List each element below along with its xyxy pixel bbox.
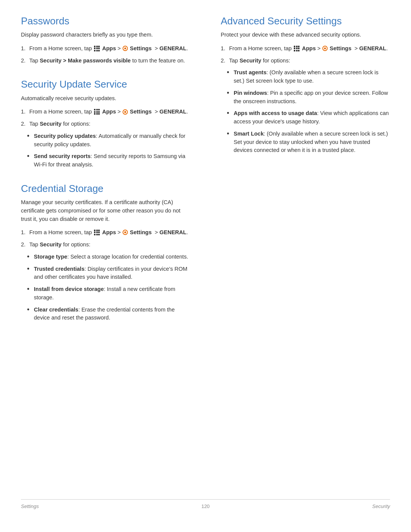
passwords-desc: Display password characters briefly as y… [21,31,190,39]
settings-icon [123,109,128,115]
credential-bullets: • Storage type: Select a storage locatio… [27,253,190,322]
apps-label: Apps [102,109,116,115]
apps-label: Apps [102,229,116,235]
bullet-item: • Send security reports: Send security r… [27,152,190,169]
passwords-step-2: 2. Tap Security > Make passwords visible… [21,57,190,65]
step-content: Tap Security for options: [29,120,190,128]
bullet-dot: • [27,253,32,261]
page-footer: Settings 120 Security [21,499,390,509]
page-container: Passwords Display password characters br… [0,0,411,532]
bullet-dot: • [27,265,32,273]
bullet-dot: • [27,306,32,314]
step-content: From a Home screen, tap Apps > [29,228,190,237]
bullet-text: Clear credentials: Erase the credential … [34,306,190,323]
advanced-step-1: 1. From a Home screen, tap Apps > [221,45,390,53]
bullet-item: • Trust agents: (Only available when a s… [227,69,390,85]
security-update-desc: Automatically receive security updates. [21,94,190,103]
advanced-security-desc: Protect your device with these advanced … [221,31,390,39]
passwords-section: Passwords Display password characters br… [21,15,190,65]
settings-label: Settings [130,229,151,235]
security-update-title: Security Update Service [21,78,190,90]
bullet-text: Trusted credentials: Display certificate… [34,265,190,282]
settings-label: Settings [130,109,151,115]
bullet-item: • Clear credentials: Erase the credentia… [27,306,190,323]
credential-step-1: 1. From a Home screen, tap Apps > [21,228,190,237]
advanced-step-2: 2. Tap Security for options: [221,57,390,65]
bullet-text: Pin windows: Pin a specific app on your … [234,89,390,106]
general-label: GENERAL [159,45,186,51]
bullet-text: Apps with access to usage data: View whi… [234,109,390,126]
credential-storage-desc: Manage your security certificates. If a … [21,198,190,223]
bullet-dot: • [27,152,32,161]
settings-icon [322,46,328,51]
apps-label: Apps [102,45,116,51]
bullet-item: • Pin windows: Pin a specific app on you… [227,89,390,106]
step-content: Tap Security for options: [29,241,190,249]
bullet-text: Install from device storage: Install a n… [34,285,190,302]
advanced-security-steps: 1. From a Home screen, tap Apps > [221,45,390,65]
security-update-bullets: • Security policy updates: Automatically… [27,132,190,169]
apps-icon [94,46,100,51]
svg-point-3 [124,111,126,113]
columns: Passwords Display password characters br… [21,15,390,488]
step-num: 2. [221,57,229,65]
step-num: 1. [21,45,29,53]
security-update-step-1: 1. From a Home screen, tap Apps > [21,108,190,116]
bullet-text: Storage type: Select a storage location … [34,253,190,261]
bullet-item: • Install from device storage: Install a… [27,285,190,302]
left-column: Passwords Display password characters br… [21,15,198,488]
footer-right: Security [372,503,390,509]
apps-icon [94,109,100,115]
step-content: Tap Security for options: [229,57,390,65]
bullet-item: • Trusted credentials: Display certifica… [27,265,190,282]
bullet-item: • Storage type: Select a storage locatio… [27,253,190,261]
apps-icon [94,230,100,235]
bullet-item: • Apps with access to usage data: View w… [227,109,390,126]
step-num: 1. [21,228,29,237]
bullet-dot: • [227,69,232,77]
bullet-text: Smart Lock: (Only available when a secur… [234,130,390,155]
general-label: GENERAL [159,229,186,235]
step-num: 1. [221,45,229,53]
advanced-security-section: Advanced Security Settings Protect your … [221,15,390,155]
advanced-bullets: • Trust agents: (Only available when a s… [227,69,390,155]
bullet-item: • Security policy updates: Automatically… [27,132,190,149]
svg-point-7 [324,48,326,50]
passwords-steps: 1. From a Home screen, tap Apps > [21,45,190,65]
bullet-dot: • [27,132,32,141]
step-content: From a Home screen, tap Apps > [29,45,190,53]
bullet-dot: • [27,285,32,294]
bullet-dot: • [227,109,232,118]
bullet-text: Security policy updates: Automatically o… [34,132,190,149]
security-update-step-2: 2. Tap Security for options: [21,120,190,128]
security-update-section: Security Update Service Automatically re… [21,78,190,169]
svg-point-1 [124,48,126,50]
settings-icon [123,230,128,235]
credential-step-2: 2. Tap Security for options: [21,241,190,249]
settings-label: Settings [330,45,351,51]
bullet-text: Trust agents: (Only available when a sec… [234,69,390,85]
right-column: Advanced Security Settings Protect your … [213,15,390,488]
bullet-item: • Smart Lock: (Only available when a sec… [227,130,390,155]
credential-storage-section: Credential Storage Manage your security … [21,183,190,322]
bullet-text: Send security reports: Send security rep… [34,152,190,169]
general-label: GENERAL [359,45,386,51]
footer-left: Settings [21,503,39,509]
passwords-title: Passwords [21,15,190,27]
apps-icon [294,46,299,51]
credential-storage-title: Credential Storage [21,183,190,195]
step-content: From a Home screen, tap Apps > [229,45,390,53]
settings-icon [123,46,128,51]
bullet-dot: • [227,89,232,97]
passwords-step-1: 1. From a Home screen, tap Apps > [21,45,190,53]
step-num: 2. [21,241,29,249]
footer-center: 120 [201,503,210,509]
general-label: GENERAL [159,109,186,115]
step-content: Tap Security > Make passwords visible to… [29,57,190,65]
step-num: 1. [21,108,29,116]
advanced-security-title: Advanced Security Settings [221,15,390,27]
step-content: From a Home screen, tap Apps > [29,108,190,116]
security-update-steps: 1. From a Home screen, tap Apps > [21,108,190,128]
step-num: 2. [21,120,29,128]
bullet-dot: • [227,130,232,138]
